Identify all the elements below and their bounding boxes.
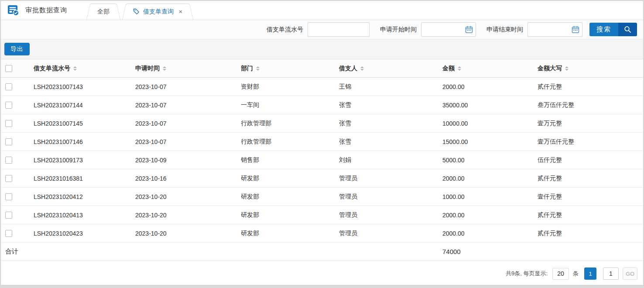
cell-serial: LSH20231016381 bbox=[34, 169, 135, 188]
cell-borrower: 管理员 bbox=[339, 206, 442, 224]
tab-close-icon[interactable]: × bbox=[179, 9, 182, 14]
serial-input[interactable] bbox=[308, 22, 370, 37]
cell-amount-words: 壹万伍仟元整 bbox=[538, 133, 643, 151]
page-size-input[interactable] bbox=[552, 268, 569, 280]
current-page-button[interactable]: 1 bbox=[584, 267, 596, 280]
table-row: LSH20231020423 2023-10-20 研发部 管理员 2000.0… bbox=[1, 224, 643, 243]
cell-serial: LSH20231009173 bbox=[34, 151, 135, 169]
end-time-input[interactable] bbox=[528, 22, 582, 37]
tag-icon bbox=[133, 8, 140, 15]
cell-serial: LSH20231007145 bbox=[34, 114, 135, 133]
cell-borrower: 刘娟 bbox=[339, 151, 442, 169]
table-row: LSH20231020412 2023-10-20 研发部 管理员 1000.0… bbox=[1, 188, 643, 206]
cell-apply-time: 2023-10-07 bbox=[135, 114, 241, 133]
cell-department: 销售部 bbox=[241, 151, 339, 169]
table-row: LSH20231007144 2023-10-07 一车间 张雪 35000.0… bbox=[1, 96, 643, 114]
cell-department: 行政管理部 bbox=[241, 114, 339, 133]
cell-amount-words: 叁万伍仟元整 bbox=[538, 96, 643, 114]
tab-strip: 全部 借支单查询 × bbox=[86, 0, 194, 20]
select-all-checkbox[interactable] bbox=[5, 65, 12, 72]
export-button[interactable]: 导出 bbox=[4, 43, 30, 55]
row-checkbox[interactable] bbox=[5, 120, 12, 127]
cell-apply-time: 2023-10-20 bbox=[135, 206, 241, 224]
row-checkbox[interactable] bbox=[5, 212, 12, 219]
cell-apply-time: 2023-10-20 bbox=[135, 224, 241, 243]
cell-department: 研发部 bbox=[241, 224, 339, 243]
table-row: LSH20231007146 2023-10-07 行政管理部 张雪 15000… bbox=[1, 133, 643, 151]
cell-department: 资财部 bbox=[241, 78, 339, 96]
end-time-label: 申请结束时间 bbox=[486, 26, 523, 34]
col-department: 部门 bbox=[241, 65, 253, 72]
row-checkbox[interactable] bbox=[5, 157, 12, 164]
cell-department: 研发部 bbox=[241, 206, 339, 224]
sort-serial-icon[interactable] bbox=[73, 66, 77, 71]
cell-borrower: 张雪 bbox=[339, 114, 442, 133]
col-amount: 金额 bbox=[442, 65, 455, 72]
cell-amount-words: 贰仟元整 bbox=[538, 224, 643, 243]
cell-amount: 15000.00 bbox=[442, 133, 538, 151]
table-toolbar: 导出 bbox=[1, 39, 643, 59]
table-row: LSH20231007143 2023-10-07 资财部 王锦 2000.00… bbox=[1, 78, 643, 96]
cell-borrower: 王锦 bbox=[339, 78, 442, 96]
row-checkbox[interactable] bbox=[5, 102, 12, 109]
cell-department: 研发部 bbox=[241, 169, 339, 188]
tab-loan-query-label: 借支单查询 bbox=[143, 8, 174, 16]
cell-amount-words: 壹仟元整 bbox=[538, 188, 643, 206]
page-jump-input[interactable] bbox=[603, 267, 619, 280]
cell-borrower: 张雪 bbox=[339, 133, 442, 151]
cell-amount: 2000.00 bbox=[442, 169, 538, 188]
cell-department: 研发部 bbox=[241, 188, 339, 206]
cell-apply-time: 2023-10-07 bbox=[135, 133, 241, 151]
cell-amount-words: 壹万元整 bbox=[538, 114, 643, 133]
row-checkbox[interactable] bbox=[5, 138, 12, 145]
cell-apply-time: 2023-10-09 bbox=[135, 151, 241, 169]
table-row: LSH20231007145 2023-10-07 行政管理部 张雪 10000… bbox=[1, 114, 643, 133]
cell-serial: LSH20231007146 bbox=[34, 133, 135, 151]
pagination-summary: 共9条, 每页显示: bbox=[506, 270, 548, 278]
row-checkbox[interactable] bbox=[5, 193, 12, 200]
cell-amount: 35000.00 bbox=[442, 96, 538, 114]
tab-all-label: 全部 bbox=[97, 8, 110, 16]
search-button[interactable]: 搜索 bbox=[589, 23, 637, 36]
cell-amount: 2000.00 bbox=[442, 206, 538, 224]
sort-amount-words-icon[interactable] bbox=[565, 66, 569, 71]
go-button[interactable]: GO bbox=[623, 267, 637, 280]
cell-serial: LSH20231020413 bbox=[34, 206, 135, 224]
col-apply-time: 申请时间 bbox=[135, 65, 160, 72]
search-button-label: 搜索 bbox=[589, 23, 618, 36]
cell-department: 行政管理部 bbox=[241, 133, 339, 151]
sort-amount-icon[interactable] bbox=[458, 66, 461, 71]
summary-amount: 74000 bbox=[442, 243, 538, 261]
col-amount-words: 金额大写 bbox=[538, 65, 562, 72]
search-icon bbox=[618, 23, 637, 36]
page-title: 审批数据查询 bbox=[25, 6, 67, 14]
row-checkbox[interactable] bbox=[5, 83, 12, 90]
table-row: LSH20231009173 2023-10-09 销售部 刘娟 5000.00… bbox=[1, 151, 643, 169]
col-borrower: 借支人 bbox=[339, 65, 357, 72]
page-size-unit: 条 bbox=[573, 270, 579, 278]
sort-borrower-icon[interactable] bbox=[360, 66, 364, 71]
serial-label: 借支单流水号 bbox=[267, 26, 303, 34]
cell-apply-time: 2023-10-07 bbox=[135, 96, 241, 114]
cell-apply-time: 2023-10-07 bbox=[135, 78, 241, 96]
sort-apply-time-icon[interactable] bbox=[163, 66, 166, 71]
row-checkbox[interactable] bbox=[5, 230, 12, 237]
tab-all[interactable]: 全部 bbox=[91, 3, 116, 20]
start-time-input[interactable] bbox=[421, 22, 476, 37]
loan-table: 借支单流水号 申请时间 部门 借支人 金额 金额大写 LSH2023100714… bbox=[1, 59, 643, 261]
cell-amount: 2000.00 bbox=[442, 224, 538, 243]
col-serial: 借支单流水号 bbox=[34, 65, 70, 72]
tab-loan-query[interactable]: 借支单查询 × bbox=[127, 3, 188, 20]
cell-serial: LSH20231007144 bbox=[34, 96, 135, 114]
cell-apply-time: 2023-10-20 bbox=[135, 188, 241, 206]
row-checkbox[interactable] bbox=[5, 175, 12, 182]
app-window: 审批数据查询 全部 借支单查询 × 借支单流水号 申请开始时间 bbox=[0, 0, 644, 285]
title-bar: 审批数据查询 全部 借支单查询 × bbox=[1, 1, 643, 20]
cell-amount: 5000.00 bbox=[442, 151, 538, 169]
approval-doc-icon bbox=[7, 4, 19, 16]
cell-borrower: 张雪 bbox=[339, 96, 442, 114]
app-brand: 审批数据查询 bbox=[1, 0, 67, 20]
table-row: LSH20231016381 2023-10-16 研发部 管理员 2000.0… bbox=[1, 169, 643, 188]
table-row: LSH20231020413 2023-10-20 研发部 管理员 2000.0… bbox=[1, 206, 643, 224]
sort-department-icon[interactable] bbox=[256, 66, 260, 71]
